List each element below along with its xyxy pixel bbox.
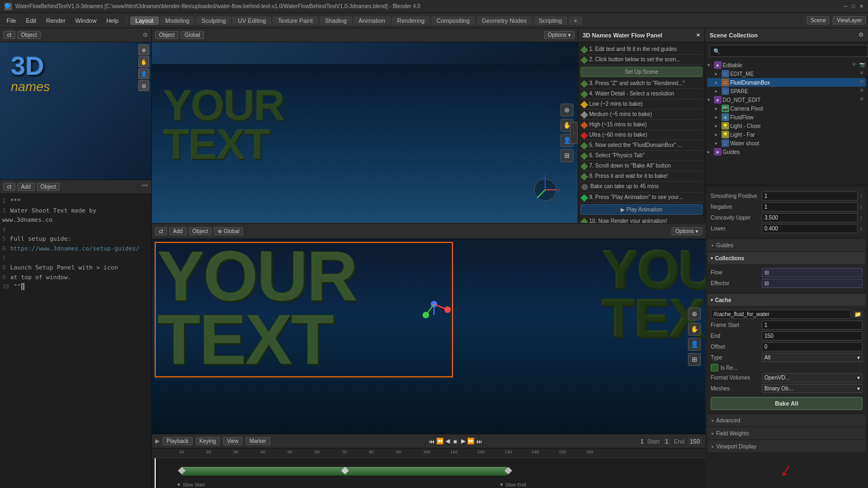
bottom-vp-object[interactable]: Object bbox=[189, 227, 212, 235]
jump-end-btn[interactable]: ⏭ bbox=[476, 438, 482, 445]
concavity-expand[interactable]: ↕ bbox=[860, 215, 863, 221]
fluid-domain-eye[interactable]: 👁 bbox=[859, 79, 866, 86]
menu-window[interactable]: Window bbox=[71, 16, 101, 25]
bottom-vp-options[interactable]: Options ▾ bbox=[672, 227, 702, 235]
workspace-tab-sculpting[interactable]: Sculpting bbox=[196, 16, 231, 25]
next-frame-btn[interactable]: ▶ bbox=[461, 438, 465, 445]
bottom-vp-mode[interactable]: ct bbox=[155, 227, 167, 235]
workspace-tab-compositing[interactable]: Compositing bbox=[431, 16, 475, 25]
te-object-btn[interactable]: Object bbox=[37, 183, 60, 191]
tree-item-do-not-edit[interactable]: ▾ ■ DO_NOT_EDIT 👁 bbox=[707, 95, 866, 104]
smoothing-positive-expand[interactable]: ↕ bbox=[860, 193, 863, 199]
bottom-vp-add[interactable]: Add bbox=[169, 227, 187, 235]
type-select[interactable]: All ▾ bbox=[762, 353, 863, 362]
lower-value[interactable]: 0.400 bbox=[762, 224, 858, 233]
tree-item-edit-me[interactable]: ▸ □ EDIT_ME 👁 bbox=[707, 69, 866, 78]
tree-item-light-close[interactable]: ▸ 💡 Light - Close bbox=[707, 121, 866, 130]
tree-item-spare[interactable]: ▸ □ SPARE 👁 bbox=[707, 87, 866, 95]
menu-render[interactable]: Render bbox=[42, 16, 70, 25]
preview-settings-icon[interactable]: ⚙ bbox=[143, 31, 148, 38]
scene-selector[interactable]: Scene bbox=[807, 16, 829, 24]
preview-grid[interactable]: ⊞ bbox=[138, 80, 149, 91]
tree-item-light-far[interactable]: ▸ 💡 Light - Far bbox=[707, 130, 866, 139]
playback-btn[interactable]: Playback bbox=[163, 437, 193, 445]
edit-me-eye[interactable]: 👁 bbox=[859, 70, 866, 77]
do-not-edit-eye[interactable]: 👁 bbox=[859, 97, 866, 103]
jump-start-btn[interactable]: ⏮ bbox=[429, 438, 435, 445]
guides-section[interactable]: ▸ Guides bbox=[707, 239, 866, 251]
bottom-zoom-icon[interactable]: ⊕ bbox=[688, 307, 701, 320]
end-value[interactable]: 150 bbox=[762, 331, 863, 341]
prev-key-btn[interactable]: ⏪ bbox=[436, 438, 444, 445]
effector-value[interactable]: ⊟ bbox=[762, 279, 863, 288]
tree-item-fluid-domain[interactable]: ▸ □ FluidDomainBox 👁 bbox=[707, 78, 866, 87]
preview-person[interactable]: 👤 bbox=[138, 68, 149, 79]
cache-browse-icon[interactable]: 📁 bbox=[853, 311, 863, 318]
maximize-button[interactable]: □ bbox=[852, 3, 855, 9]
top-vp-mode[interactable]: Object bbox=[155, 31, 178, 39]
sidebar-toggle[interactable]: ‹ bbox=[570, 122, 578, 144]
spare-eye[interactable]: 👁 bbox=[859, 88, 866, 94]
setup-close-icon[interactable]: ✕ bbox=[696, 33, 700, 38]
end-value[interactable]: 150 bbox=[688, 438, 702, 445]
play-stop-btn[interactable]: ■ bbox=[451, 438, 459, 445]
preview-zoom-in[interactable]: ⊕ bbox=[138, 44, 149, 55]
tree-item-fluid-flow[interactable]: ▸ ◈ FluidFlow bbox=[707, 113, 866, 121]
preview-grab[interactable]: ✋ bbox=[138, 56, 149, 67]
bottom-grid-icon[interactable]: ⊞ bbox=[688, 353, 701, 366]
workspace-tab-layout[interactable]: Layout bbox=[130, 16, 159, 25]
top-vp-options[interactable]: Options ▾ bbox=[544, 31, 575, 39]
cache-header[interactable]: ▾ Cache bbox=[707, 294, 866, 306]
start-value[interactable]: 1 bbox=[663, 438, 671, 445]
is-resumable-checkbox[interactable] bbox=[711, 364, 718, 371]
menu-help[interactable]: Help bbox=[102, 16, 123, 25]
preview-obj-btn[interactable]: Object bbox=[17, 31, 41, 39]
collections-header[interactable]: ▾ Collections bbox=[707, 252, 866, 264]
field-weights-section[interactable]: ▸ Field Weights bbox=[707, 427, 866, 439]
lower-expand[interactable]: ↕ bbox=[860, 226, 863, 232]
minimize-button[interactable]: ─ bbox=[844, 3, 847, 9]
offset-value[interactable]: 0 bbox=[762, 342, 863, 351]
view-btn[interactable]: View bbox=[223, 437, 242, 445]
flow-value[interactable]: ⊟ bbox=[762, 268, 863, 277]
workspace-tab-rendering[interactable]: Rendering bbox=[392, 16, 430, 25]
negative-value[interactable]: 1 bbox=[762, 202, 858, 211]
tree-item-editable[interactable]: ▾ ■ Editable 👁 📷 bbox=[707, 61, 866, 69]
workspace-tab-geometry[interactable]: Geometry Nodes bbox=[476, 16, 532, 25]
side-icon-zoom-in[interactable]: ⊕ bbox=[560, 104, 573, 117]
te-add-btn[interactable]: Add bbox=[17, 183, 35, 191]
preview-view-btn[interactable]: ct bbox=[3, 31, 15, 39]
outliner-filter-icon[interactable]: ⚙ bbox=[858, 31, 864, 38]
tree-item-water-shoot[interactable]: ▸ □ Water shoot bbox=[707, 139, 866, 147]
te-mode-btn[interactable]: ct bbox=[3, 183, 15, 191]
bottom-person-icon[interactable]: 👤 bbox=[688, 338, 701, 351]
workspace-tab-shading[interactable]: Shading bbox=[320, 16, 352, 25]
menu-file[interactable]: File bbox=[2, 16, 21, 25]
workspace-tab-scripting[interactable]: Scripting bbox=[533, 16, 567, 25]
bottom-vp-global[interactable]: ⊕ Global bbox=[214, 227, 243, 235]
viewport-display-section[interactable]: ▸ Viewport Display bbox=[707, 440, 866, 452]
workspace-tab-modeling[interactable]: Modeling bbox=[160, 16, 195, 25]
smoothing-positive-value[interactable]: 1 bbox=[762, 191, 858, 201]
workspace-tab-texture[interactable]: Texture Paint bbox=[272, 16, 318, 25]
editable-camera[interactable]: 📷 bbox=[859, 62, 866, 68]
keying-btn[interactable]: Keying bbox=[196, 437, 220, 445]
meshes-select[interactable]: Binary Ob... ▾ bbox=[762, 384, 863, 393]
viewlayer-selector[interactable]: ViewLayer bbox=[833, 16, 866, 24]
bottom-hand-icon[interactable]: ✋ bbox=[688, 323, 701, 336]
play-animation-button[interactable]: ▶ Play Animation bbox=[580, 204, 703, 215]
side-icon-grid[interactable]: ⊞ bbox=[560, 149, 573, 162]
close-button[interactable]: ✕ bbox=[859, 3, 864, 9]
editable-eye[interactable]: 👁 bbox=[852, 62, 858, 68]
prev-frame-btn[interactable]: ◀ bbox=[445, 438, 450, 445]
set-up-scene-button[interactable]: Set Up Scene bbox=[580, 67, 703, 77]
tree-item-camera-pivot[interactable]: ▸ 📷 Camera Pivot bbox=[707, 104, 866, 113]
frame-start-value[interactable]: 1 bbox=[762, 320, 863, 330]
concavity-value[interactable]: 3.500 bbox=[762, 213, 858, 222]
tree-item-guides[interactable]: ▸ ■ Guides bbox=[707, 147, 866, 156]
workspace-tab-add[interactable]: + bbox=[569, 16, 583, 25]
next-key-btn[interactable]: ⏩ bbox=[467, 438, 475, 445]
workspace-tab-animation[interactable]: Animation bbox=[353, 16, 391, 25]
negative-expand[interactable]: ↕ bbox=[860, 204, 863, 210]
advanced-section[interactable]: ▸ Advanced bbox=[707, 414, 866, 426]
